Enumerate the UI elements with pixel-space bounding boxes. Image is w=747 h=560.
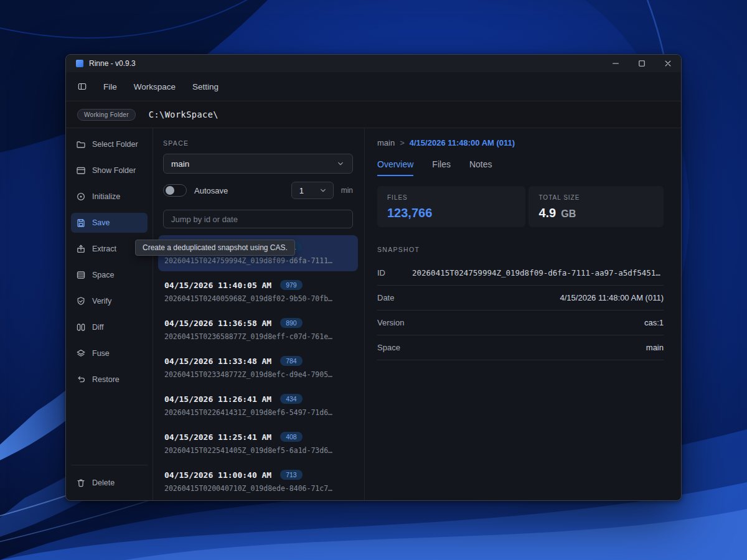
autosave-interval-value: 1: [299, 186, 304, 195]
space-section-label: SPACE: [163, 139, 189, 147]
sidebar-bottom: Delete: [71, 465, 148, 493]
snapshot-id: 20260415T022541405Z_019d8ef5-6a1d-73d6…: [164, 446, 352, 455]
breadcrumb-separator: >: [400, 138, 405, 147]
stat-size-value: 4.9: [538, 206, 556, 220]
window-controls: [603, 55, 681, 72]
snapshot-badge: 434: [280, 394, 303, 404]
breadcrumb-current: 4/15/2026 11:48:00 AM (011): [410, 138, 515, 147]
autosave-interval-select[interactable]: 1: [291, 182, 334, 199]
chevron-down-icon: [336, 159, 345, 168]
chevron-down-icon: [319, 186, 327, 195]
tooltip: Create a deduplicated snapshot using CAS…: [135, 240, 295, 256]
target-icon: [76, 192, 86, 202]
diff-icon: [76, 322, 86, 332]
menu-workspace[interactable]: Workspace: [134, 82, 176, 91]
undo-icon: [76, 375, 86, 385]
stat-cards: FILES 123,766 TOTAL SIZE 4.9 GB: [377, 186, 664, 227]
snapshot-date: 04/15/2026 11:00:40 AM: [164, 470, 271, 480]
detail-row-value: main: [646, 343, 664, 352]
detail-row-key: ID: [377, 268, 412, 278]
sidebar-item-select-folder[interactable]: Select Folder: [71, 134, 148, 154]
detail-row-key: Date: [377, 293, 412, 302]
snapshot-section-label: SNAPSHOT: [377, 246, 664, 253]
snapshot-list-item[interactable]: 04/15/2026 11:33:48 AM 784 20260415T0233…: [158, 349, 358, 385]
snapshot-list-item[interactable]: 04/15/2026 11:00:40 AM 713 20260415T0200…: [158, 463, 358, 499]
snapshot-panel: SPACE main Autosave 1 min 04/15: [153, 128, 365, 501]
toggle-knob: [166, 186, 174, 195]
detail-row-space: Space main: [377, 335, 664, 360]
titlebar: Rinne - v0.9.3: [66, 55, 681, 72]
menu-setting[interactable]: Setting: [192, 82, 218, 91]
minimize-button[interactable]: [603, 55, 629, 72]
tab-files[interactable]: Files: [432, 159, 451, 176]
detail-row-version: Version cas:1: [377, 310, 664, 335]
search-input[interactable]: [163, 210, 353, 228]
snapshot-badge: 979: [280, 280, 303, 291]
sidebar-item-verify[interactable]: Verify: [71, 291, 148, 311]
snapshot-list: 04/15/2026 11:48:00 AM 011 20260415T0247…: [153, 235, 364, 501]
extract-icon: [76, 244, 86, 254]
minimize-icon: [611, 59, 620, 68]
menubar: File Workspace Setting: [66, 72, 681, 101]
detail-row-value: 20260415T024759994Z_019d8f09-d6fa-7111-a…: [412, 268, 664, 278]
detail-row-date: Date 4/15/2026 11:48:00 AM (011): [377, 286, 664, 310]
snapshot-id: 20260415T024759994Z_019d8f09-d6fa-7111…: [164, 256, 352, 265]
breadcrumb: main > 4/15/2026 11:48:00 AM (011): [377, 138, 664, 147]
detail-row-value: cas:1: [644, 318, 664, 327]
working-folder-badge: Working Folder: [77, 109, 136, 121]
sidebar-item-diff[interactable]: Diff: [71, 317, 148, 337]
snapshot-list-item[interactable]: 04/15/2026 11:36:58 AM 890 20260415T0236…: [158, 311, 358, 347]
sidebar-nav: Select Folder Show Folder Initialize Sav…: [71, 134, 148, 396]
snapshot-badge: 890: [280, 318, 303, 329]
tab-overview[interactable]: Overview: [377, 159, 413, 176]
space-select[interactable]: main: [163, 154, 353, 174]
snapshot-list-item[interactable]: 04/15/2026 11:40:05 AM 979 20260415T0240…: [158, 273, 358, 309]
sidebar-item-save[interactable]: Save: [71, 213, 148, 233]
stat-files-label: FILES: [387, 194, 515, 201]
sidebar-item-initialize[interactable]: Initialize: [71, 187, 148, 207]
folder-icon: [76, 139, 86, 149]
autosave-unit-label: min: [341, 186, 353, 195]
detail-row-id: ID 20260415T024759994Z_019d8f09-d6fa-711…: [377, 261, 664, 286]
sidebar-item-show-folder[interactable]: Show Folder: [71, 161, 148, 180]
snapshot-badge: 784: [280, 356, 303, 366]
tab-notes[interactable]: Notes: [469, 159, 492, 176]
sidebar-toggle-icon[interactable]: [78, 82, 87, 91]
sidebar: Select Folder Show Folder Initialize Sav…: [66, 128, 153, 501]
sidebar-item-space[interactable]: Space: [71, 265, 148, 285]
close-icon: [664, 59, 672, 68]
trash-icon: [76, 478, 86, 488]
app-window: Rinne - v0.9.3 File Workspace Setting Wo…: [65, 54, 682, 501]
snapshot-badge: 713: [280, 470, 303, 480]
snapshot-detail-rows: ID 20260415T024759994Z_019d8f09-d6fa-711…: [377, 261, 664, 360]
autosave-label: Autosave: [194, 186, 228, 195]
snapshot-badge: 408: [280, 432, 303, 442]
sidebar-item-restore[interactable]: Restore: [71, 370, 148, 390]
detail-row-key: Space: [377, 343, 412, 352]
snapshot-date: 04/15/2026 11:25:41 AM: [164, 432, 271, 442]
space-select-value: main: [171, 159, 189, 169]
sidebar-item-fuse[interactable]: Fuse: [71, 343, 148, 363]
working-folder-bar: Working Folder C:\WorkSpace\: [66, 101, 681, 128]
detail-panel: main > 4/15/2026 11:48:00 AM (011) Overv…: [365, 128, 681, 501]
window-icon: [76, 166, 86, 175]
snapshot-id: 20260415T023348772Z_019d8efc-d9e4-7905…: [164, 370, 352, 379]
snapshot-id: 20260415T023658877Z_019d8eff-c07d-761e…: [164, 332, 352, 341]
close-button[interactable]: [655, 55, 681, 72]
menu-file[interactable]: File: [103, 82, 117, 91]
save-icon: [76, 218, 86, 228]
sidebar-item-delete[interactable]: Delete: [71, 473, 148, 493]
autosave-row: Autosave 1 min: [163, 182, 353, 199]
detail-row-value: 4/15/2026 11:48:00 AM (011): [560, 293, 664, 302]
snapshot-id: 20260415T024005968Z_019d8f02-9b50-70fb…: [164, 294, 352, 303]
rows-icon: [76, 270, 86, 280]
autosave-toggle[interactable]: [163, 184, 187, 197]
snapshot-list-item[interactable]: 04/15/2026 11:25:41 AM 408 20260415T0225…: [158, 425, 358, 461]
detail-tabs: OverviewFilesNotes: [377, 159, 664, 176]
working-folder-path: C:\WorkSpace\: [149, 110, 218, 119]
maximize-button[interactable]: [629, 55, 655, 72]
snapshot-list-item[interactable]: 04/15/2026 11:26:41 AM 434 20260415T0226…: [158, 387, 358, 423]
stat-files-value: 123,766: [387, 206, 432, 220]
breadcrumb-space[interactable]: main: [377, 138, 395, 147]
snapshot-date: 04/15/2026 11:33:48 AM: [164, 357, 271, 366]
